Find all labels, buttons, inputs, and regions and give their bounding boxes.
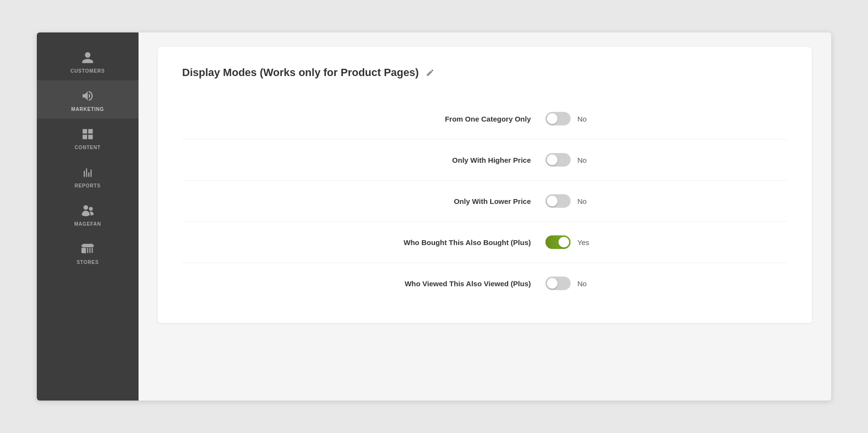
panel-title-row: Display Modes (Works only for Product Pa… bbox=[182, 66, 788, 79]
sidebar-item-customers[interactable]: CUSTOMERS bbox=[37, 42, 139, 80]
grid-icon bbox=[81, 127, 94, 141]
toggle-area-only-lower-price: No bbox=[545, 194, 604, 208]
main-content: Display Modes (Works only for Product Pa… bbox=[139, 32, 831, 401]
setting-label-only-lower-price: Only With Lower Price bbox=[366, 197, 531, 205]
toggle-from-one-category[interactable] bbox=[545, 112, 571, 125]
sidebar-item-magefan-label: MAGEFAN bbox=[74, 221, 101, 227]
setting-label-only-higher-price: Only With Higher Price bbox=[366, 156, 531, 164]
panel-title: Display Modes (Works only for Product Pa… bbox=[182, 66, 419, 79]
sidebar-item-marketing[interactable]: MARKETING bbox=[37, 80, 139, 119]
toggle-area-who-bought: Yes bbox=[545, 235, 604, 249]
setting-row-from-one-category: From One Category Only No bbox=[182, 98, 788, 139]
setting-label-from-one-category: From One Category Only bbox=[366, 115, 531, 123]
sidebar-item-marketing-label: MARKETING bbox=[71, 107, 104, 112]
sidebar-item-reports[interactable]: REPORTS bbox=[37, 157, 139, 195]
bear-icon bbox=[81, 204, 94, 217]
toggle-area-who-viewed: No bbox=[545, 277, 604, 290]
toggle-only-lower-price[interactable] bbox=[545, 194, 571, 208]
setting-row-who-bought: Who Bought This Also Bought (Plus) Yes bbox=[182, 222, 788, 263]
store-icon bbox=[81, 242, 94, 256]
setting-row-who-viewed: Who Viewed This Also Viewed (Plus) No bbox=[182, 263, 788, 304]
sidebar-item-customers-label: CUSTOMERS bbox=[71, 68, 105, 74]
toggle-value-only-higher-price: No bbox=[577, 156, 592, 164]
sidebar: CUSTOMERS MARKETING CONTENT bbox=[37, 32, 139, 401]
setting-row-only-lower-price: Only With Lower Price No bbox=[182, 181, 788, 222]
sidebar-item-stores[interactable]: STORES bbox=[37, 233, 139, 272]
sidebar-item-content[interactable]: CONTENT bbox=[37, 119, 139, 157]
sidebar-item-magefan[interactable]: MAGEFAN bbox=[37, 195, 139, 233]
megaphone-icon bbox=[81, 89, 94, 103]
sidebar-item-reports-label: REPORTS bbox=[75, 183, 101, 188]
toggle-value-from-one-category: No bbox=[577, 115, 592, 123]
setting-row-only-higher-price: Only With Higher Price No bbox=[182, 139, 788, 181]
setting-label-who-viewed: Who Viewed This Also Viewed (Plus) bbox=[366, 279, 531, 288]
sidebar-item-stores-label: STORES bbox=[77, 260, 99, 265]
person-icon bbox=[81, 51, 94, 64]
toggle-area-only-higher-price: No bbox=[545, 153, 604, 167]
toggle-only-higher-price[interactable] bbox=[545, 153, 571, 167]
toggle-value-who-viewed: No bbox=[577, 279, 592, 288]
sidebar-item-content-label: CONTENT bbox=[75, 145, 101, 150]
toggle-who-bought[interactable] bbox=[545, 235, 571, 249]
toggle-value-who-bought: Yes bbox=[577, 238, 592, 247]
settings-list: From One Category Only No Only With High… bbox=[182, 98, 788, 304]
display-modes-panel: Display Modes (Works only for Product Pa… bbox=[158, 47, 812, 323]
setting-label-who-bought: Who Bought This Also Bought (Plus) bbox=[366, 238, 531, 247]
toggle-value-only-lower-price: No bbox=[577, 197, 592, 205]
toggle-area-from-one-category: No bbox=[545, 112, 604, 125]
chart-icon bbox=[81, 166, 94, 179]
edit-icon[interactable] bbox=[426, 68, 434, 77]
toggle-who-viewed[interactable] bbox=[545, 277, 571, 290]
